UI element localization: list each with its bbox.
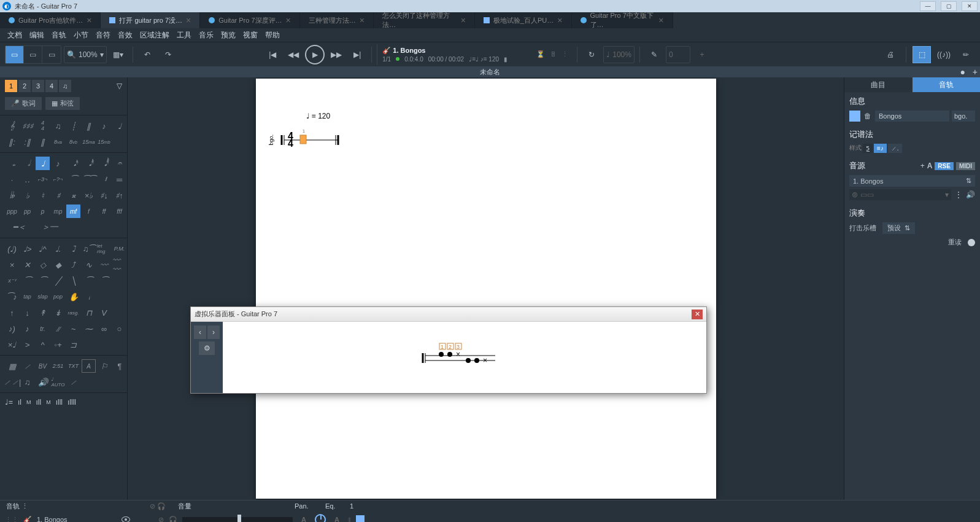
loop-button[interactable]: ↻ xyxy=(582,46,601,63)
dot-button[interactable]: · xyxy=(5,173,19,186)
level-2-button[interactable]: ıll xyxy=(36,398,42,407)
accent-button[interactable]: ♩> xyxy=(20,242,34,255)
sound-bank-dropdown[interactable]: 1. Bongos ⇅ xyxy=(849,175,975,187)
menu-window[interactable]: 视窗 xyxy=(243,30,258,41)
fff-button[interactable]: fff xyxy=(112,205,126,218)
notation-slash-button[interactable]: ⟋. xyxy=(888,144,902,153)
pickstroke-up-button[interactable]: V xyxy=(97,306,111,319)
menu-view[interactable]: 预览 xyxy=(221,30,236,41)
let-ring-button[interactable]: let ring xyxy=(97,242,111,255)
browser-tab[interactable]: 怎么关闭了这种管理方法…× xyxy=(374,12,475,28)
grace-on-button[interactable]: ♪ xyxy=(20,322,34,335)
add-tab-button[interactable]: + xyxy=(973,67,978,77)
slash-button[interactable]: ⟋ xyxy=(20,359,34,373)
sixteenth-note-button[interactable]: 𝅘𝅥𝅯 xyxy=(66,157,80,170)
level-3-button[interactable]: ılll xyxy=(56,398,63,407)
shift-slide-button[interactable]: ⁀ xyxy=(97,274,111,287)
voice-1-tab[interactable]: 1 xyxy=(5,80,17,92)
grace-note-button[interactable]: ⁀♪ xyxy=(5,290,19,303)
bv-button[interactable]: BV xyxy=(36,359,50,373)
tempo-button[interactable]: ♫ xyxy=(20,375,34,389)
menu-track[interactable]: 音轨 xyxy=(52,30,66,41)
sharp-button[interactable]: ♯ xyxy=(51,189,65,202)
p-button[interactable]: p xyxy=(36,205,50,218)
print-button[interactable]: 🖨 xyxy=(881,46,900,63)
trill-button[interactable]: tr. xyxy=(36,322,50,335)
multi-view-button[interactable]: ▭ xyxy=(42,46,61,63)
tempo-control[interactable]: ♩ 100% xyxy=(603,46,635,63)
zoom-control[interactable]: 🔍 100% ▾ xyxy=(64,46,107,63)
chevron-down-icon[interactable]: ▾ xyxy=(945,190,949,199)
browser-tab[interactable]: Guitar Pro 7中文版下了…× xyxy=(572,12,673,28)
forward-button[interactable]: ▶▶ xyxy=(327,46,345,63)
accent3-button[interactable]: ^ xyxy=(36,338,50,351)
skip-end-button[interactable]: ▶| xyxy=(348,46,366,63)
menu-bar[interactable]: 小节 xyxy=(74,30,88,41)
notation-lines-button[interactable]: 5̲ xyxy=(863,144,873,153)
track-color-indicator[interactable] xyxy=(356,515,365,522)
lyrics-button[interactable]: 🎤 歌词 xyxy=(5,97,42,110)
clef-button[interactable]: 𝄞 xyxy=(5,119,19,133)
semitone-down-button[interactable]: ♯↓ xyxy=(97,189,111,202)
sound-options-button[interactable]: ⋮ xyxy=(955,190,962,199)
song-tab[interactable]: 曲目 xyxy=(844,77,912,92)
mordent-button[interactable]: ⁓ xyxy=(82,322,96,335)
mute-icon[interactable]: ⊘ xyxy=(150,502,155,510)
fingering-button[interactable]: ᵢ xyxy=(82,290,96,303)
mute-button[interactable]: ⊘ xyxy=(158,516,164,523)
dialog-close-button[interactable]: ✕ xyxy=(692,310,703,319)
pedal-chain-icon[interactable]: ▭▭ xyxy=(860,190,874,199)
prev-instrument-button[interactable]: ‹ xyxy=(194,325,206,339)
text-button[interactable]: TXT xyxy=(66,359,80,373)
slide-button[interactable]: x⁻ʸ xyxy=(5,274,19,287)
stave-button[interactable]: ⟋ xyxy=(66,375,80,389)
hammer-button[interactable]: ⁀ xyxy=(20,274,34,287)
tie-all-button[interactable]: ⁀⁀ xyxy=(82,173,96,186)
track-tab[interactable]: 音轨 xyxy=(912,77,981,92)
flat-button[interactable]: ♭ xyxy=(20,189,34,202)
grace-before-button[interactable]: ♪) xyxy=(5,322,19,335)
wide-vibrato-button[interactable]: 〰〰 xyxy=(112,258,126,271)
effects-chain-icon[interactable]: ⊚ xyxy=(852,190,858,199)
note-stem-button[interactable]: ♩= xyxy=(5,398,13,407)
multirest-button[interactable]: ═ xyxy=(112,173,126,186)
brush-up-button[interactable]: ↑ xyxy=(5,306,19,319)
pop-button[interactable]: pop xyxy=(51,290,65,303)
tie-button[interactable]: ⁀ xyxy=(66,173,80,186)
mf-button[interactable]: mf xyxy=(66,205,80,218)
repeat-open-button[interactable]: ‖: xyxy=(5,135,19,149)
pull-off-button[interactable]: ⁀ xyxy=(36,274,50,287)
page-view-button[interactable]: ▭ xyxy=(6,46,24,63)
vibrato-button[interactable]: 〰 xyxy=(97,258,111,271)
tuner-button[interactable]: ((♪)) xyxy=(935,46,953,63)
layout-options-button[interactable]: ▦▾ xyxy=(109,46,128,63)
tab-close-icon[interactable]: × xyxy=(286,15,291,25)
pan-knob[interactable] xyxy=(315,514,326,522)
fade-out-button[interactable]: ⊐ xyxy=(66,338,80,351)
quarter-note-button[interactable]: ♩ xyxy=(36,157,50,170)
ppp-button[interactable]: ppp xyxy=(5,205,19,218)
bend-button[interactable]: ⤴ xyxy=(66,258,80,271)
tab-close-icon[interactable]: × xyxy=(658,15,663,25)
15ma-button[interactable]: 15ma xyxy=(82,135,96,149)
solo-icon[interactable]: 🎧 xyxy=(157,502,166,510)
percussion-display[interactable]: 1 2 3 × × xyxy=(223,322,706,393)
left-hand-tap-button[interactable]: ✋ xyxy=(66,290,80,303)
menu-note[interactable]: 音符 xyxy=(96,30,110,41)
slap-button[interactable]: slap xyxy=(36,290,50,303)
marker-button[interactable]: ¶ xyxy=(112,359,126,373)
drag-handle-icon[interactable]: ⋮⋮ xyxy=(5,516,18,523)
chord-diagram-button[interactable]: ▦ xyxy=(5,359,19,373)
design-mode-button[interactable]: ▽ xyxy=(117,82,122,90)
thirtysecond-note-button[interactable]: 𝅘𝅥𝅰 xyxy=(82,157,96,170)
automation-a-button-2[interactable]: A xyxy=(331,516,343,522)
voice-2-tab[interactable]: 2 xyxy=(18,80,31,92)
close-button[interactable]: ✕ xyxy=(962,1,978,11)
automation-button[interactable]: ⟋⟋| xyxy=(5,375,19,389)
menu-sound[interactable]: 音乐 xyxy=(199,30,214,41)
muted-note-button[interactable]: ✕ xyxy=(20,258,34,271)
brush-down-button[interactable]: ↓ xyxy=(20,306,34,319)
next-instrument-button[interactable]: › xyxy=(207,325,220,339)
fretboard-button[interactable]: ⬚ xyxy=(912,46,931,63)
voice-3-tab[interactable]: 3 xyxy=(32,80,44,92)
